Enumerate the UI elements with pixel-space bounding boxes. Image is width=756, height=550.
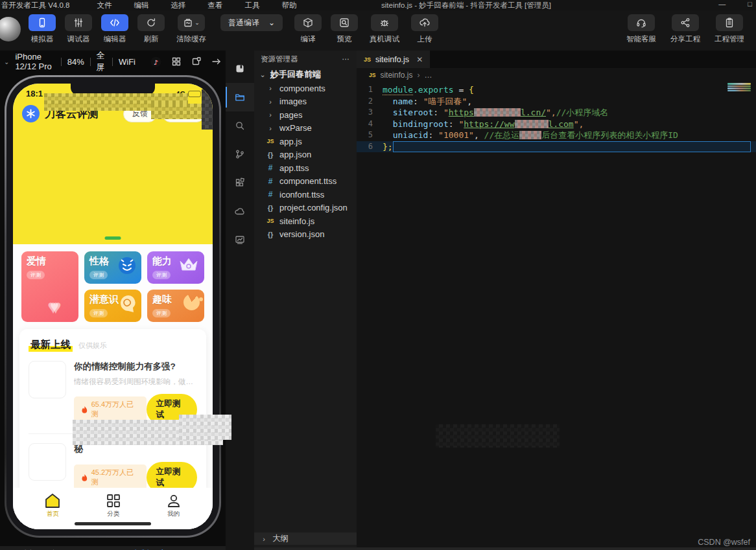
minimap[interactable] <box>727 83 751 92</box>
minimize-button[interactable]: — <box>718 0 726 8</box>
tested-count-badge: 65.4万万人已测 <box>74 396 147 422</box>
code-line-1[interactable]: 1module.exports = { <box>357 84 756 96</box>
code-line-2[interactable]: 2 name: "喵手回春", <box>357 96 756 108</box>
activity-chart-icon[interactable] <box>226 225 254 254</box>
user-icon <box>166 493 182 509</box>
sliders-icon <box>73 17 84 28</box>
network-toggle[interactable]: WiFi <box>119 57 136 67</box>
tab-siteinfo-js[interactable]: JS siteinfo.js ✕ <box>357 51 430 68</box>
crown-icon <box>178 256 200 274</box>
line-number: 2 <box>357 96 383 108</box>
folder-pages[interactable]: ›pages <box>254 108 357 122</box>
category-card-爱情[interactable]: 爱情评测♥♥ <box>21 251 78 322</box>
explorer-more-button[interactable]: ⋯ <box>342 54 351 63</box>
code-line-3[interactable]: 3 siteroot: "httpsl.cn/",//小程序域名 <box>357 107 756 119</box>
js-file-icon: JS <box>369 72 375 78</box>
activity-extensions-icon[interactable] <box>226 168 254 197</box>
file-component.ttss[interactable]: #component.ttss <box>254 175 357 189</box>
test-thumbnail <box>29 443 66 481</box>
maximize-button[interactable]: □ <box>748 0 752 8</box>
tool-refresh[interactable]: 刷新 <box>135 14 167 44</box>
titlebar: 音开发者工具 V4.0.8 文件编辑选择查看工具帮助 siteinfo.js -… <box>0 0 756 10</box>
file-version.json[interactable]: {}version.json <box>254 228 357 242</box>
category-card-潜意识[interactable]: 潜意识评测 <box>84 290 141 322</box>
tool-upload[interactable]: 上传 <box>408 14 441 44</box>
chevron-collapsed-icon: › <box>259 535 268 543</box>
activity-package-icon[interactable] <box>226 54 254 83</box>
arrow-right-icon[interactable] <box>211 56 222 67</box>
tabbar-我的[interactable]: 我的 <box>166 493 182 529</box>
tool-clear[interactable]: ⌄清除缓存 <box>171 14 211 44</box>
file-app.json[interactable]: {}app.json <box>254 148 357 162</box>
menu-查看[interactable]: 查看 <box>207 1 222 10</box>
avatar[interactable] <box>0 17 21 41</box>
menu-工具[interactable]: 工具 <box>244 1 259 10</box>
activity-git-icon[interactable] <box>226 140 254 168</box>
activity-search-icon[interactable] <box>226 111 254 140</box>
activity-cloud-icon[interactable] <box>226 197 254 225</box>
tool-label: 调试器 <box>67 34 90 44</box>
open-path-button[interactable]: 打开 <box>161 548 176 550</box>
code-area[interactable]: 1module.exports = {2 name: "喵手回春",3 site… <box>357 82 756 152</box>
file-app.ttss[interactable]: #app.ttss <box>254 161 357 175</box>
line-number: 1 <box>357 84 383 96</box>
category-card-性格[interactable]: 性格评测 <box>84 251 141 284</box>
zoom-level[interactable]: 84% <box>67 57 84 67</box>
category-tag: 评测 <box>89 271 108 279</box>
outline-section[interactable]: › 大纲 <box>254 533 357 545</box>
tool-preview[interactable]: 预览 <box>328 14 360 44</box>
ttss-file-icon: # <box>266 190 275 199</box>
chevron-collapsed-icon: › <box>266 84 275 92</box>
douyin-icon[interactable]: ♪♪ <box>150 56 161 67</box>
tool-bug[interactable]: 真机调试 <box>364 14 405 44</box>
folder-images[interactable]: ›images <box>254 95 357 109</box>
compile-mode-label: 普通编译 <box>228 17 259 29</box>
category-card-趣味[interactable]: 趣味评测 <box>147 290 204 322</box>
screenshot-icon[interactable] <box>191 56 202 67</box>
activity-folder-icon[interactable] <box>226 83 254 111</box>
tool-label: 模拟器 <box>31 34 54 44</box>
copy-path-button[interactable]: 复制 <box>134 548 149 550</box>
toolbar-center-group: 编译预览真机调试上传 <box>292 14 441 44</box>
menu-编辑[interactable]: 编辑 <box>134 1 148 10</box>
file-name: iconfont.ttss <box>279 190 324 200</box>
censor-block <box>474 108 521 117</box>
category-label: 爱情 <box>27 255 73 268</box>
close-tab-icon[interactable]: ✕ <box>416 55 423 64</box>
folder-wxParse[interactable]: ›wxParse <box>254 122 357 135</box>
line-number: 3 <box>357 107 383 119</box>
grid-icon[interactable] <box>171 56 182 67</box>
censor-block <box>436 424 560 448</box>
menu-选择[interactable]: 选择 <box>171 1 185 10</box>
fullscreen-toggle[interactable]: 全屏 <box>96 50 106 73</box>
tool-share[interactable]: 分享工程 <box>665 14 705 44</box>
tool-code[interactable]: 编辑器 <box>99 14 131 44</box>
menu-文件[interactable]: 文件 <box>97 1 112 10</box>
tool-sliders[interactable]: 调试器 <box>62 14 95 44</box>
category-card-能力[interactable]: 能力评测 <box>147 251 204 284</box>
file-app.js[interactable]: JSapp.js <box>254 135 357 148</box>
file-name: component.ttss <box>279 176 337 186</box>
chevron-down-icon[interactable]: ⌄ <box>4 58 9 65</box>
file-project.config.json[interactable]: {}project.config.json <box>254 201 357 215</box>
code-line-6[interactable]: 6}; <box>357 141 756 153</box>
tool-clipboard[interactable]: 工程管理 <box>709 14 750 44</box>
tabbar-首页[interactable]: 首页 <box>44 493 61 529</box>
file-name: app.ttss <box>279 163 309 173</box>
file-iconfont.ttss[interactable]: #iconfont.ttss <box>254 188 357 201</box>
compile-mode-dropdown[interactable]: 普通编译 ⌄ <box>220 14 283 31</box>
watermark: CSDN @wsfef <box>698 538 750 547</box>
folder-components[interactable]: ›components <box>254 82 357 95</box>
tool-label: 分享工程 <box>670 34 700 44</box>
tool-phone[interactable]: 模拟器 <box>26 14 58 44</box>
file-siteinfo.js[interactable]: JSsiteinfo.js <box>254 214 357 228</box>
project-root-folder[interactable]: ⌄ 妙手回春前端 <box>254 67 357 82</box>
menu-帮助[interactable]: 帮助 <box>281 1 296 10</box>
tool-cube[interactable]: 编译 <box>292 14 324 44</box>
device-name[interactable]: iPhone 12/12 Pro <box>15 52 55 71</box>
chevron-collapsed-icon: › <box>266 111 275 119</box>
tool-label: 智能客服 <box>626 34 656 44</box>
code-line-5[interactable]: 5 uniacid: "10001", //在总运后台查看小程序列表的相关小程序… <box>357 130 756 141</box>
code-line-4[interactable]: 4 bindingroot: "https://wwl.com", <box>357 119 756 130</box>
tool-headset[interactable]: 智能客服 <box>621 14 661 44</box>
